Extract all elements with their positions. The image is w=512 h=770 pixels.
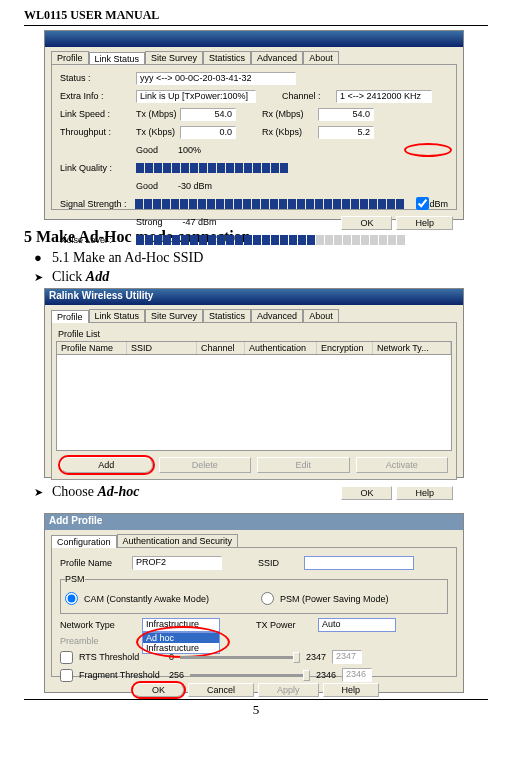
network-type-label: Network Type [60, 620, 136, 630]
good-text: Good [136, 145, 158, 155]
status-label: Status : [60, 73, 136, 83]
rts-max: 2347 [306, 652, 326, 662]
rxm-label: Rx (Mbps) [262, 109, 318, 119]
tab-strip: Profile Link Status Site Survey Statisti… [45, 47, 463, 64]
bullet-icon: ● [24, 250, 52, 266]
arrow-icon-2: ➤ [24, 486, 52, 499]
grid-header: Profile Name SSID Channel Authentication… [57, 342, 451, 355]
profile-list-label: Profile List [58, 329, 450, 339]
frag-value[interactable]: 2346 [342, 668, 372, 682]
bullet-click-add: Click Add [52, 269, 109, 285]
rxk-value: 5.2 [318, 126, 374, 139]
tab-about-2[interactable]: About [303, 309, 339, 322]
noise-label: Noise Level : [60, 235, 136, 245]
col-auth: Authentication [245, 342, 317, 354]
quality-label: Link Quality : [60, 163, 136, 173]
psm-radio[interactable] [261, 592, 274, 605]
tx-power-label: TX Power [256, 620, 312, 630]
add-button[interactable]: Add [60, 457, 153, 473]
activate-button[interactable]: Activate [356, 457, 449, 473]
tab-about[interactable]: About [303, 51, 339, 64]
titlebar-3: Add Profile [45, 514, 463, 530]
doc-header: WL0115 USER MANUAL [24, 8, 488, 26]
frag-label: Fragment Threshold [79, 670, 163, 680]
help-button-2[interactable]: Help [396, 486, 453, 500]
help-button-3[interactable]: Help [323, 683, 380, 697]
delete-button[interactable]: Delete [159, 457, 252, 473]
cancel-button[interactable]: Cancel [188, 683, 254, 697]
status-value: yyy <--> 00-0C-20-03-41-32 [136, 72, 296, 85]
frag-checkbox[interactable] [60, 669, 73, 682]
col-ssid: SSID [127, 342, 197, 354]
rts-slider[interactable] [180, 656, 300, 659]
txm-label: Tx (Mbps) [136, 109, 180, 119]
apply-button[interactable]: Apply [258, 683, 319, 697]
preamble-label: Preamble [60, 636, 136, 646]
add-profile-window: Add Profile Configuration Authentication… [44, 513, 464, 693]
txm-value: 54.0 [180, 108, 236, 121]
extra-label: Extra Info : [60, 91, 136, 101]
titlebar-2: Ralink Wireless Utility [45, 289, 463, 305]
ok-button-2[interactable]: OK [341, 486, 392, 500]
tab-link-status-2[interactable]: Link Status [89, 309, 146, 322]
ssid-dropdown[interactable] [304, 556, 414, 570]
extra-value: Link is Up [TxPower:100%] [136, 90, 256, 103]
noise-strong: Strong [136, 217, 163, 227]
col-profile-name: Profile Name [57, 342, 127, 354]
thru-label: Throughput : [60, 127, 136, 137]
rts-value[interactable]: 2347 [332, 650, 362, 664]
frag-max: 2346 [316, 670, 336, 680]
link-status-window: Profile Link Status Site Survey Statisti… [44, 30, 464, 220]
quality-bar [136, 163, 296, 173]
channel-value: 1 <--> 2412000 KHz [336, 90, 432, 103]
percent-text: 100% [178, 145, 201, 155]
psm-group-label: PSM [65, 574, 85, 584]
bullet-5-1: 5.1 Make an Ad-Hoc SSID [52, 250, 203, 266]
profile-window: Ralink Wireless Utility Profile Link Sta… [44, 288, 464, 478]
tab-auth-security[interactable]: Authentication and Security [117, 534, 239, 547]
page-number: 5 [24, 699, 488, 718]
cam-label: CAM (Constantly Awake Mode) [84, 594, 209, 604]
col-channel: Channel [197, 342, 245, 354]
tab-strip-3: Configuration Authentication and Securit… [45, 530, 463, 547]
txk-label: Tx (Kbps) [136, 127, 180, 137]
frag-min: 256 [169, 670, 184, 680]
signal-good: Good [136, 181, 158, 191]
tab-site-survey[interactable]: Site Survey [145, 51, 203, 64]
ok-button-3[interactable]: OK [133, 683, 184, 697]
ssid-label: SSID [258, 558, 298, 568]
dbm-checkbox[interactable] [416, 197, 429, 210]
tab-statistics-2[interactable]: Statistics [203, 309, 251, 322]
tab-configuration[interactable]: Configuration [51, 535, 117, 548]
profile-grid[interactable]: Profile Name SSID Channel Authentication… [56, 341, 452, 451]
signal-bar [135, 199, 412, 209]
signal-label: Signal Strength : [60, 199, 135, 209]
edit-button[interactable]: Edit [257, 457, 350, 473]
rxk-label: Rx (Kbps) [262, 127, 318, 137]
psm-label: PSM (Power Saving Mode) [280, 594, 389, 604]
signal-dbm: -30 dBm [178, 181, 212, 191]
tab-site-survey-2[interactable]: Site Survey [145, 309, 203, 322]
red-circle-dbm [404, 143, 452, 157]
noise-dbm: -47 dBm [183, 217, 217, 227]
speed-label: Link Speed : [60, 109, 136, 119]
profile-name-label: Profile Name [60, 558, 126, 568]
dbm-text: dBm [429, 199, 448, 209]
tab-profile-2[interactable]: Profile [51, 310, 89, 323]
noise-bar [136, 235, 416, 245]
tx-power-dropdown[interactable]: Auto [318, 618, 396, 632]
tab-profile[interactable]: Profile [51, 51, 89, 64]
profile-name-input[interactable]: PROF2 [132, 556, 222, 570]
tab-strip-2: Profile Link Status Site Survey Statisti… [45, 305, 463, 322]
titlebar [45, 31, 463, 47]
arrow-icon: ➤ [24, 271, 52, 284]
bullet-choose-adhoc: Choose Ad-hoc [52, 484, 140, 500]
cam-radio[interactable] [65, 592, 78, 605]
rxm-value: 54.0 [318, 108, 374, 121]
rts-checkbox[interactable] [60, 651, 73, 664]
frag-slider[interactable] [190, 674, 310, 677]
tab-advanced[interactable]: Advanced [251, 51, 303, 64]
tab-advanced-2[interactable]: Advanced [251, 309, 303, 322]
channel-label: Channel : [282, 91, 336, 101]
tab-statistics[interactable]: Statistics [203, 51, 251, 64]
